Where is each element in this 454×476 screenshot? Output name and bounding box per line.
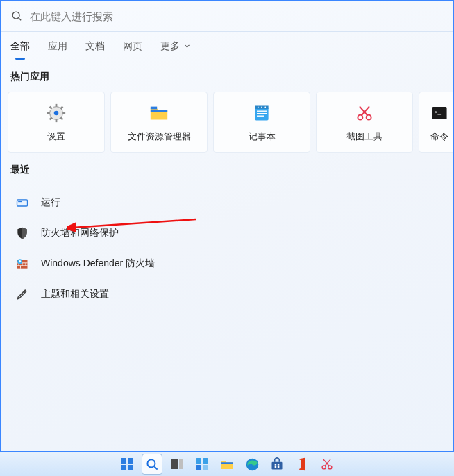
- svg-point-41: [19, 260, 21, 262]
- svg-rect-54: [196, 465, 201, 470]
- tile-notepad[interactable]: 记事本: [213, 92, 310, 153]
- recent-label: 主题和相关设置: [41, 288, 109, 300]
- taskbar-office[interactable]: [292, 454, 312, 475]
- tile-label: 文件资源管理器: [128, 131, 191, 143]
- taskbar-search[interactable]: [142, 454, 162, 475]
- svg-line-66: [323, 459, 329, 466]
- svg-line-8: [50, 106, 52, 108]
- recent-theme-settings[interactable]: 主题和相关设置: [6, 279, 448, 309]
- pen-icon: [15, 287, 30, 301]
- recent-label: 运行: [41, 196, 60, 209]
- taskbar-snip[interactable]: [317, 454, 337, 475]
- svg-line-24: [362, 106, 369, 115]
- svg-rect-15: [257, 110, 267, 111]
- gear-icon: [45, 102, 67, 124]
- svg-rect-47: [128, 465, 133, 470]
- svg-text:>_: >_: [435, 108, 442, 114]
- shield-icon: [15, 226, 30, 240]
- svg-rect-13: [151, 110, 167, 112]
- search-icon: [10, 10, 23, 23]
- tile-label: 设置: [47, 131, 65, 143]
- svg-line-9: [61, 117, 63, 119]
- section-hot-title: 热门应用: [1, 60, 453, 92]
- svg-rect-16: [257, 113, 267, 114]
- svg-rect-12: [151, 106, 157, 109]
- tile-explorer[interactable]: 文件资源管理器: [110, 92, 208, 153]
- svg-rect-29: [18, 201, 22, 203]
- hot-app-tiles: 设置 文件资源管理器 记事本 截图工具 >_ 命令: [1, 92, 453, 153]
- tab-all[interactable]: 全部: [10, 40, 30, 53]
- svg-rect-17: [257, 115, 264, 116]
- taskbar-store[interactable]: [267, 454, 287, 475]
- recent-list: 运行 防火墙和网络保护 Windows Defender 防火墙 主题和相关设置: [1, 185, 453, 312]
- taskbar-taskview[interactable]: [167, 454, 187, 475]
- svg-line-1: [18, 18, 20, 20]
- taskbar: [0, 452, 454, 476]
- tab-more-label: 更多: [160, 41, 180, 51]
- svg-line-11: [61, 106, 63, 108]
- svg-point-0: [12, 12, 19, 19]
- tile-settings[interactable]: 设置: [8, 92, 105, 153]
- svg-rect-60: [278, 464, 280, 466]
- tab-apps[interactable]: 应用: [48, 40, 67, 53]
- recent-firewall-protection[interactable]: 防火墙和网络保护: [6, 218, 448, 248]
- recent-defender-firewall[interactable]: Windows Defender 防火墙: [6, 248, 448, 279]
- search-bar[interactable]: [1, 1, 453, 32]
- brick-wall-icon: [15, 257, 30, 271]
- svg-point-20: [261, 106, 262, 108]
- svg-rect-56: [221, 462, 233, 464]
- tile-label: 命令: [430, 131, 448, 143]
- svg-line-65: [325, 459, 330, 466]
- tile-snip[interactable]: 截图工具: [316, 92, 413, 153]
- svg-rect-44: [121, 458, 126, 464]
- tile-cmd[interactable]: >_ 命令: [419, 92, 453, 153]
- scissors-icon: [353, 102, 376, 124]
- folder-icon: [148, 102, 170, 124]
- svg-point-3: [54, 110, 59, 115]
- tile-label: 记事本: [249, 131, 276, 143]
- svg-line-25: [360, 106, 367, 115]
- tab-docs[interactable]: 文档: [85, 40, 105, 53]
- svg-rect-51: [179, 459, 183, 469]
- chevron-down-icon: [184, 41, 190, 51]
- svg-rect-61: [275, 466, 277, 468]
- svg-rect-62: [278, 466, 280, 468]
- svg-line-42: [24, 291, 26, 293]
- svg-line-10: [50, 117, 52, 119]
- svg-rect-28: [17, 200, 28, 206]
- tab-web[interactable]: 网页: [123, 40, 142, 53]
- section-recent-title: 最近: [1, 153, 453, 185]
- filter-tabs: 全部 应用 文档 网页 更多: [1, 32, 453, 60]
- svg-rect-58: [272, 462, 283, 470]
- svg-rect-50: [171, 459, 178, 469]
- recent-label: Windows Defender 防火墙: [41, 257, 155, 270]
- taskbar-widgets[interactable]: [192, 454, 212, 475]
- taskbar-edge[interactable]: [242, 454, 262, 475]
- search-input[interactable]: [30, 10, 444, 22]
- svg-rect-45: [128, 458, 133, 464]
- run-icon: [15, 196, 30, 210]
- svg-line-49: [154, 466, 157, 469]
- svg-rect-52: [196, 458, 201, 464]
- tab-more[interactable]: 更多: [160, 40, 190, 53]
- tile-label: 截图工具: [346, 131, 382, 143]
- recent-label: 防火墙和网络保护: [41, 227, 119, 239]
- recent-run[interactable]: 运行: [6, 187, 448, 218]
- svg-rect-55: [203, 465, 208, 470]
- svg-rect-53: [203, 458, 208, 464]
- svg-rect-46: [121, 465, 126, 470]
- taskbar-explorer[interactable]: [217, 454, 237, 475]
- taskbar-start[interactable]: [117, 454, 137, 475]
- svg-point-21: [264, 106, 266, 108]
- svg-rect-59: [275, 464, 277, 466]
- svg-point-19: [258, 106, 259, 108]
- notepad-icon: [251, 102, 273, 124]
- svg-point-48: [147, 459, 155, 467]
- terminal-icon: >_: [428, 102, 451, 124]
